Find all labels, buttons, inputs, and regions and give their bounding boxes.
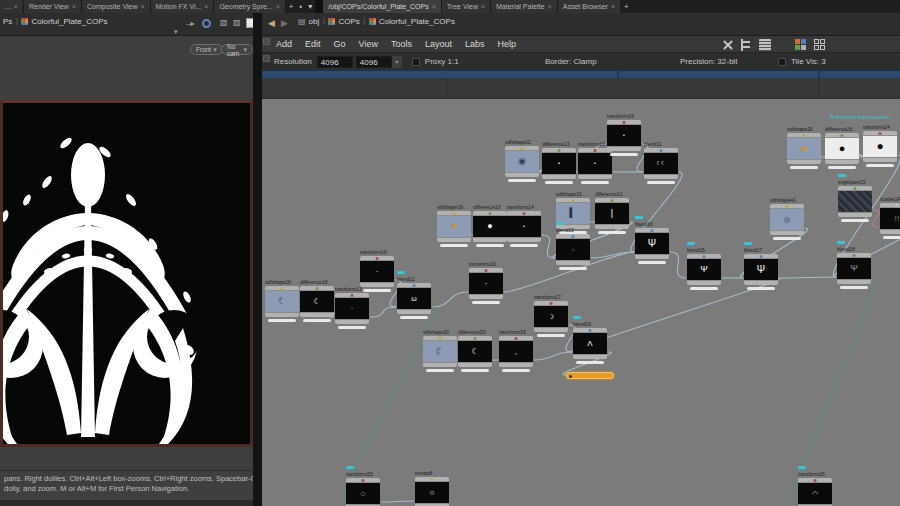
cop-node-blend19[interactable]: blend19Λ [573, 328, 607, 364]
cop-node-sdfshape18[interactable]: sdfshape18☾ [265, 286, 299, 322]
cop-node-svgimport23[interactable]: svgimport23 [838, 186, 872, 222]
output-null-node-selected[interactable] [566, 372, 614, 379]
pane-expand-icon[interactable] [263, 55, 270, 62]
radial-menu-icon[interactable] [202, 19, 211, 28]
breadcrumb-copnet[interactable]: Colorful_Plate_COPs [379, 17, 455, 26]
pin-icon[interactable]: –▸ [186, 19, 194, 28]
tab-tree-view[interactable]: Tree View× [442, 0, 491, 13]
cop-node-transform26[interactable]: transform26◠ [798, 478, 832, 506]
tab-close-icon[interactable]: × [72, 3, 76, 10]
forward-arrow-icon[interactable]: ▶ [281, 18, 288, 28]
tab-composite-view[interactable]: Composite View× [82, 0, 151, 13]
tab-close-icon[interactable]: × [481, 3, 485, 10]
tools-icon[interactable] [722, 39, 734, 51]
menu-labs[interactable]: Labs [465, 39, 485, 49]
node-header [458, 336, 492, 341]
breadcrumb-cops[interactable]: COPs [338, 17, 359, 26]
cop-node-blend18[interactable]: blend18Ψ [837, 253, 871, 289]
left-path-value[interactable]: Colorful_Plate_COPs [31, 17, 107, 26]
new-tab-button[interactable]: + [286, 0, 297, 13]
pane-expand-icon[interactable] [263, 38, 270, 45]
menu-go[interactable]: Go [334, 39, 346, 49]
cop-node-transform15[interactable]: transform15- [360, 256, 394, 292]
tilevis-checkbox[interactable] [778, 58, 786, 66]
cop-node-transform14[interactable]: transform14• [507, 211, 541, 247]
back-arrow-icon[interactable]: ◀ [268, 18, 275, 28]
node-thumbnail: | [595, 203, 629, 224]
menu-view[interactable]: View [359, 39, 378, 49]
tab-close-icon[interactable]: × [204, 3, 208, 10]
node-thumbnail: ◌ [346, 483, 380, 504]
cop-node-difference18[interactable]: difference18☾ [300, 286, 334, 322]
menu-help[interactable]: Help [497, 39, 516, 49]
node-tree-icon[interactable] [741, 39, 752, 51]
node-footer [556, 260, 590, 265]
cop-node-transform16[interactable]: transform16, [499, 336, 533, 372]
pane-dropdown-icon[interactable]: ▾ [305, 0, 315, 13]
menu-edit[interactable]: Edit [305, 39, 321, 49]
cop-node-sdfshape19[interactable]: sdfshape19● [437, 211, 471, 247]
list-view-icon[interactable] [759, 39, 771, 51]
menu-layout[interactable]: Layout [425, 39, 452, 49]
cop-node-scatter24[interactable]: scatter24∷ [880, 203, 900, 239]
cop-node-difference20[interactable]: difference20☾ [458, 336, 492, 372]
resolution-dropdown-icon[interactable]: ▾ [392, 56, 402, 68]
cop-node-transform17[interactable]: transform17☽ [534, 301, 568, 337]
tab-close-icon[interactable]: × [276, 3, 280, 10]
cop-node-sdfshape41[interactable]: sdfshape41◎ [770, 204, 804, 240]
cop-node-difference26[interactable]: difference26● [825, 133, 859, 169]
tab-close-icon[interactable]: × [611, 3, 615, 10]
cop-node-blend11[interactable]: blend11☾☾ [644, 148, 678, 184]
tab-network-path[interactable]: /obj/COPs/Colorful_Plate_COPs× [323, 0, 441, 13]
cop-node-sdfshape12[interactable]: sdfshape12◉ [505, 146, 539, 182]
grid-outline-icon[interactable] [814, 39, 826, 51]
cop-node-blend15[interactable]: blend15Ψ [687, 254, 721, 290]
tab-close-icon[interactable]: × [548, 3, 552, 10]
cop-node-sdfshape26[interactable]: sdfshape26● [787, 133, 821, 169]
render-viewport[interactable] [0, 100, 253, 447]
cop-node-transform20[interactable]: transform20• [469, 268, 503, 304]
tab-close-icon[interactable]: × [140, 3, 144, 10]
cop-node-blend13[interactable]: blend13∴ [556, 234, 590, 270]
frame-range-bar[interactable] [262, 70, 900, 78]
tab-render-view[interactable]: Render View× [24, 0, 82, 13]
cop-node-sdfshape20[interactable]: sdfshape20☾ [423, 336, 457, 372]
node-label: sdfshape21 [556, 191, 582, 197]
tab-close-icon[interactable]: × [432, 3, 436, 10]
new-tab-button[interactable]: + [621, 0, 632, 13]
cop-node-blend12[interactable]: blend12ω [397, 283, 431, 319]
tab-asset-browser[interactable]: Asset Browser× [558, 0, 621, 13]
tab-close-icon[interactable]: × [14, 3, 18, 10]
pane-splitter[interactable] [253, 13, 262, 506]
proxy-checkbox[interactable] [412, 58, 420, 66]
tab-geometry-spreadsheet[interactable]: Geometry Spre...× [214, 0, 285, 13]
view-pill[interactable]: Front▾ [190, 44, 223, 55]
path-prefix-chip[interactable]: Ps [3, 17, 12, 26]
resolution-y-field[interactable]: 4096 [356, 56, 392, 68]
cop-node-remap8[interactable]: remap8○ [415, 477, 449, 506]
pane-splitter[interactable] [315, 0, 323, 13]
cop-node-transform19[interactable]: transform19• [607, 120, 641, 156]
cop-node-difference19[interactable]: difference19● [473, 211, 507, 247]
breadcrumb-obj[interactable]: obj [309, 17, 320, 26]
tab-overflow[interactable]: ...× [0, 0, 24, 13]
resolution-x-field[interactable]: 4096 [317, 56, 353, 68]
color-palette-icon[interactable] [795, 39, 807, 51]
tab-material-palette[interactable]: Material Palette× [491, 0, 558, 13]
cop-node-transform25[interactable]: transform25◌ [346, 478, 380, 506]
cop-node-blend16[interactable]: blend16Ψ [635, 228, 669, 264]
menu-tools[interactable]: Tools [391, 39, 412, 49]
cop-node-blend17[interactable]: blend17Ψ [744, 254, 778, 290]
pane-menu-icon[interactable]: ▪ [296, 0, 305, 13]
camera-pill[interactable]: No cam▾ [221, 44, 253, 55]
tab-motion-fx[interactable]: Motion FX Vi...× [151, 0, 215, 13]
compare-cube-icon[interactable]: ▨ [233, 18, 241, 27]
cop-node-transform13[interactable]: transform13- [335, 293, 369, 329]
cop-node-difference13[interactable]: difference13• [542, 148, 576, 184]
menu-add[interactable]: Add [276, 39, 292, 49]
cop-node-transform24[interactable]: transform24● [863, 131, 897, 167]
thumbnail-glyph-icon: ☾ [278, 291, 286, 312]
network-editor[interactable]: sdfshape12◉difference13•transform18•tran… [262, 78, 900, 506]
snapshot-cube-icon[interactable]: ▧ [220, 18, 228, 27]
cop-node-difference21[interactable]: difference21| [595, 198, 629, 234]
